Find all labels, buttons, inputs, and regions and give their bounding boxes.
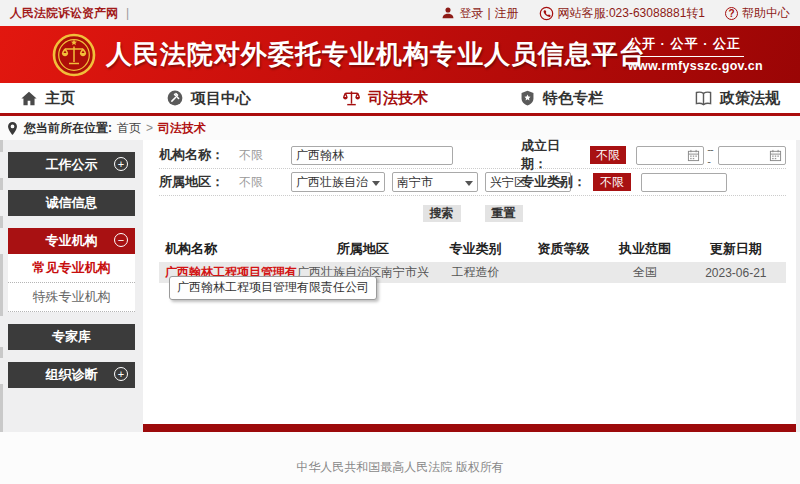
submenu-item-special-orgs[interactable]: 特殊专业机构 bbox=[8, 283, 135, 312]
category-group: 专业类别： 不限 bbox=[521, 173, 727, 192]
banner-right: 公开 · 公平 · 公正 www.rmfysszc.gov.cn bbox=[628, 35, 744, 73]
question-icon: ? bbox=[725, 7, 738, 20]
col-header-category: 专业类别 bbox=[429, 236, 523, 262]
phone-icon bbox=[539, 6, 554, 21]
topbar-left: 人民法院诉讼资产网 | bbox=[10, 5, 129, 22]
site-name-link[interactable]: 人民法院诉讼资产网 bbox=[10, 5, 118, 22]
search-button[interactable]: 搜索 bbox=[423, 205, 461, 222]
sidebar-item-work-publicity[interactable]: 工作公示 + bbox=[8, 152, 135, 178]
shield-star-icon bbox=[519, 89, 536, 107]
date-range-separator: --- bbox=[707, 143, 715, 167]
edge-notch bbox=[0, 178, 3, 190]
topbar-divider: | bbox=[126, 6, 129, 20]
main-panel: 机构名称： 不限 成立日期： 不限 --- 所属地区： 不限 bbox=[143, 140, 796, 432]
collapse-icon[interactable]: − bbox=[114, 233, 128, 247]
page: 人民法院诉讼资产网 | 登录 | 注册 网站客服:023-63088881转1 … bbox=[0, 0, 800, 484]
login-link[interactable]: 登录 bbox=[459, 5, 483, 22]
sidebar-item-label: 专业机构 bbox=[46, 232, 98, 250]
edge-notch bbox=[0, 347, 3, 358]
col-header-updated: 更新日期 bbox=[686, 236, 786, 262]
breadcrumb-prefix: 您当前所在位置: bbox=[24, 120, 112, 137]
edge-notch bbox=[0, 140, 3, 152]
site-url: www.rmfysszc.gov.cn bbox=[628, 59, 744, 73]
main-nav: 主页 项目中心 司法技术 特色专栏 政策法规 bbox=[0, 83, 800, 116]
nav-label: 项目中心 bbox=[191, 89, 251, 108]
category-unlimited-button[interactable]: 不限 bbox=[593, 173, 631, 191]
topbar-right: 登录 | 注册 网站客服:023-63088881转1 ? 帮助中心 bbox=[427, 5, 790, 22]
nav-label: 特色专栏 bbox=[543, 89, 603, 108]
help-center-link[interactable]: 帮助中心 bbox=[742, 5, 790, 22]
date-unlimited-button[interactable]: 不限 bbox=[590, 146, 626, 164]
content-area: 工作公示 + 诚信信息 专业机构 − 常见专业机构 特殊专业机构 专家库 组织诊… bbox=[0, 140, 800, 432]
nav-item-judicial-tech[interactable]: 司法技术 bbox=[342, 89, 428, 108]
banner-divider-line bbox=[628, 56, 744, 57]
calendar-icon bbox=[687, 149, 700, 162]
user-icon bbox=[441, 6, 455, 20]
edge-notch bbox=[0, 254, 3, 316]
cell-category: 工程造价 bbox=[429, 262, 523, 283]
region-unlimited-option[interactable]: 不限 bbox=[239, 174, 291, 191]
cell-grade bbox=[523, 262, 605, 283]
scales-icon bbox=[342, 89, 361, 107]
sidebar-item-org-diagnosis[interactable]: 组织诊断 + bbox=[8, 362, 135, 388]
nav-item-project-center[interactable]: 项目中心 bbox=[166, 89, 251, 108]
org-name-input[interactable] bbox=[291, 146, 453, 165]
edge-notch bbox=[0, 384, 3, 432]
home-icon bbox=[20, 90, 38, 107]
edge-notch bbox=[0, 216, 3, 228]
org-name-label: 机构名称： bbox=[159, 146, 239, 164]
org-name-tooltip: 广西翰林工程项目管理有限责任公司 bbox=[169, 276, 377, 300]
cell-scope: 全国 bbox=[604, 262, 686, 283]
org-name-unlimited-option[interactable]: 不限 bbox=[239, 147, 291, 164]
sidebar-item-label: 组织诊断 bbox=[46, 366, 98, 384]
register-link[interactable]: 注册 bbox=[495, 5, 519, 22]
cell-updated: 2023-06-21 bbox=[686, 262, 786, 283]
reset-button[interactable]: 重置 bbox=[485, 205, 523, 222]
sidebar-item-expert-pool[interactable]: 专家库 bbox=[8, 324, 135, 350]
start-date-input[interactable] bbox=[636, 146, 704, 165]
category-input[interactable] bbox=[641, 173, 727, 192]
gavel-circle-icon bbox=[166, 89, 184, 107]
nav-label: 主页 bbox=[45, 89, 75, 108]
expand-icon[interactable]: + bbox=[114, 367, 128, 381]
location-pin-icon bbox=[6, 121, 19, 136]
sidebar-item-professional-orgs[interactable]: 专业机构 − bbox=[8, 228, 135, 254]
col-header-region: 所属地区 bbox=[297, 236, 429, 262]
nav-item-home[interactable]: 主页 bbox=[20, 89, 75, 108]
service-phone-text: 网站客服:023-63088881转1 bbox=[558, 5, 705, 22]
breadcrumb-home-link[interactable]: 首页 bbox=[117, 120, 141, 137]
city-select[interactable]: 南宁市 bbox=[392, 172, 478, 192]
category-label: 专业类别： bbox=[521, 173, 586, 191]
sidebar-item-label: 诚信信息 bbox=[46, 194, 98, 212]
sidebar-item-integrity-info[interactable]: 诚信信息 bbox=[8, 190, 135, 216]
copyright-text: 中华人民共和国最高人民法院 版权所有 bbox=[296, 460, 503, 474]
province-select[interactable]: 广西壮族自治 bbox=[291, 172, 385, 192]
book-icon bbox=[694, 90, 713, 107]
top-utility-bar: 人民法院诉讼资产网 | 登录 | 注册 网站客服:023-63088881转1 … bbox=[0, 0, 800, 26]
breadcrumb-current[interactable]: 司法技术 bbox=[158, 120, 206, 137]
submenu-item-common-orgs[interactable]: 常见专业机构 bbox=[8, 254, 135, 283]
nav-label: 政策法规 bbox=[720, 89, 780, 108]
date-group: 成立日期： 不限 --- bbox=[521, 137, 786, 173]
account-group: 登录 | 注册 bbox=[441, 5, 518, 22]
sidebar-item-label: 专家库 bbox=[52, 328, 91, 346]
sidebar: 工作公示 + 诚信信息 专业机构 − 常见专业机构 特殊专业机构 专家库 组织诊… bbox=[8, 152, 135, 432]
help-group: ? 帮助中心 bbox=[725, 5, 790, 22]
nav-item-special-column[interactable]: 特色专栏 bbox=[519, 89, 603, 108]
table-header-row: 机构名称 所属地区 专业类别 资质等级 执业范围 更新日期 bbox=[159, 236, 786, 262]
nav-item-policy[interactable]: 政策法规 bbox=[694, 89, 780, 108]
service-group: 网站客服:023-63088881转1 bbox=[539, 5, 705, 22]
establish-date-label: 成立日期： bbox=[521, 137, 583, 173]
page-footer: 中华人民共和国最高人民法院 版权所有 bbox=[0, 432, 800, 484]
region-label: 所属地区： bbox=[159, 173, 239, 191]
end-date-input[interactable] bbox=[718, 146, 786, 165]
platform-title: 人民法院对外委托专业机构专业人员信息平台 bbox=[106, 37, 646, 72]
expand-icon[interactable]: + bbox=[114, 157, 128, 171]
nav-label: 司法技术 bbox=[368, 89, 428, 108]
calendar-icon bbox=[769, 149, 782, 162]
col-header-org-name: 机构名称 bbox=[159, 236, 297, 262]
form-row-region-category: 所属地区： 不限 广西壮族自治 南宁市 兴宁区 专业类别： 不限 bbox=[159, 169, 786, 196]
col-header-grade: 资质等级 bbox=[523, 236, 605, 262]
login-register-pipe: | bbox=[487, 6, 490, 20]
sidebar-item-label: 工作公示 bbox=[46, 156, 98, 174]
